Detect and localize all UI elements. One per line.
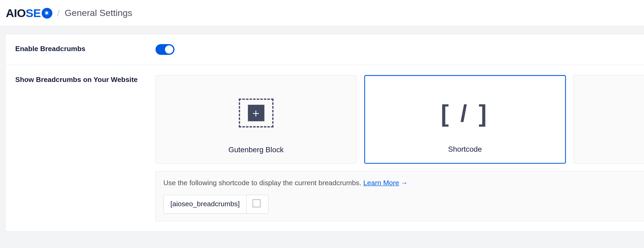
- logo-text: AI: [6, 6, 17, 20]
- shortcode-row: [aioseo_breadcrumbs]: [163, 195, 644, 214]
- gear-icon: ✴: [42, 8, 52, 18]
- option-gutenberg-block[interactable]: ＋ Gutenberg Block: [155, 75, 357, 164]
- row-show-breadcrumbs: Show Breadcrumbs on Your Website ＋ Guten…: [5, 65, 644, 232]
- option-label: Gutenberg Block: [228, 146, 284, 154]
- option-shortcode[interactable]: [ / ] Shortcode: [364, 75, 566, 164]
- settings-card: Enable Breadcrumbs Show Breadcrumbs on Y…: [5, 34, 644, 232]
- arrow-right-icon: →: [401, 179, 408, 187]
- logo-text: O: [17, 6, 26, 20]
- app-header: AIOSE✴ / General Settings Site Status: L…: [0, 0, 644, 26]
- copy-shortcode-button[interactable]: [246, 195, 269, 214]
- learn-more-link[interactable]: Learn More: [363, 179, 399, 187]
- gutenberg-block-icon: ＋: [239, 98, 273, 127]
- copy-icon: [254, 201, 261, 208]
- instruction-text: Use the following shortcode to display t…: [163, 179, 644, 187]
- shortcode-instructions: Use the following shortcode to display t…: [155, 171, 644, 221]
- page-title: General Settings: [65, 8, 132, 18]
- separator: /: [57, 8, 60, 18]
- option-label: Shortcode: [448, 145, 482, 154]
- shortcode-icon: [ / ]: [441, 100, 489, 127]
- show-breadcrumbs-label: Show Breadcrumbs on Your Website: [15, 75, 155, 221]
- shortcode-value[interactable]: [aioseo_breadcrumbs]: [163, 195, 246, 214]
- enable-breadcrumbs-label: Enable Breadcrumbs: [15, 44, 155, 55]
- enable-breadcrumbs-toggle[interactable]: [155, 44, 174, 55]
- option-widget[interactable]: Widget: [573, 75, 644, 164]
- row-enable-breadcrumbs: Enable Breadcrumbs: [5, 34, 644, 65]
- logo: AIOSE✴: [6, 6, 52, 20]
- display-method-options: ＋ Gutenberg Block [ / ] Shortcode Widget: [155, 75, 644, 164]
- logo-text: SE: [26, 6, 41, 20]
